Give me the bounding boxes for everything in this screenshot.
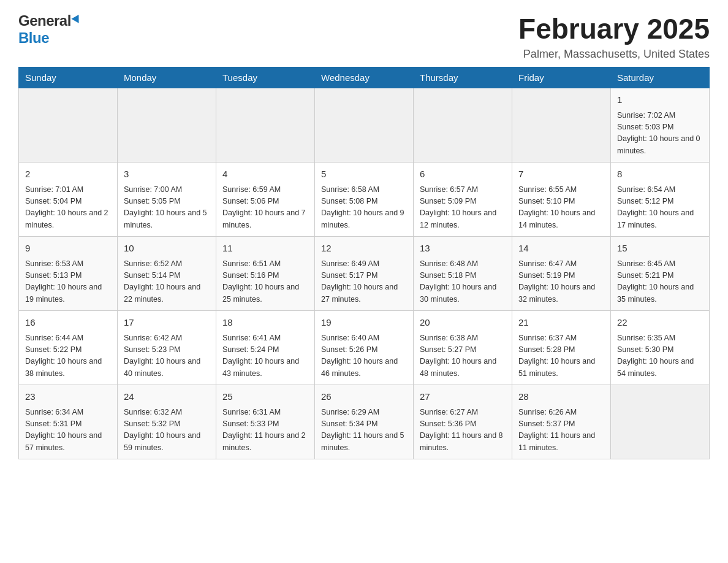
day-number: 26 — [321, 390, 407, 404]
calendar-cell: 21Sunrise: 6:37 AMSunset: 5:28 PMDayligh… — [512, 311, 611, 385]
day-number: 24 — [124, 390, 210, 404]
calendar-cell — [611, 385, 710, 459]
day-number: 18 — [222, 316, 308, 330]
calendar-cell: 19Sunrise: 6:40 AMSunset: 5:26 PMDayligh… — [315, 311, 414, 385]
calendar-cell: 12Sunrise: 6:49 AMSunset: 5:17 PMDayligh… — [315, 237, 414, 311]
calendar-cell: 11Sunrise: 6:51 AMSunset: 5:16 PMDayligh… — [216, 237, 315, 311]
calendar-cell: 16Sunrise: 6:44 AMSunset: 5:22 PMDayligh… — [19, 311, 118, 385]
day-info: Sunrise: 6:59 AMSunset: 5:06 PMDaylight:… — [222, 184, 308, 232]
weekday-header-friday: Friday — [512, 67, 611, 88]
day-info: Sunrise: 6:49 AMSunset: 5:17 PMDaylight:… — [321, 258, 407, 306]
day-info: Sunrise: 7:01 AMSunset: 5:04 PMDaylight:… — [25, 184, 111, 232]
day-number: 8 — [617, 167, 703, 182]
weekday-header-wednesday: Wednesday — [315, 67, 414, 88]
weekday-header-row: SundayMondayTuesdayWednesdayThursdayFrid… — [19, 67, 710, 88]
calendar-cell: 26Sunrise: 6:29 AMSunset: 5:34 PMDayligh… — [315, 385, 414, 459]
calendar-cell: 2Sunrise: 7:01 AMSunset: 5:04 PMDaylight… — [19, 163, 118, 237]
day-number: 1 — [617, 93, 703, 107]
day-number: 25 — [222, 390, 308, 404]
day-number: 4 — [222, 167, 308, 182]
title-section: February 2025 Palmer, Massachusetts, Uni… — [518, 12, 710, 61]
day-info: Sunrise: 6:37 AMSunset: 5:28 PMDaylight:… — [518, 332, 604, 380]
day-number: 6 — [420, 167, 506, 182]
day-number: 5 — [321, 167, 407, 182]
calendar-cell — [512, 88, 611, 163]
day-number: 15 — [617, 242, 703, 256]
calendar-week-1: 1Sunrise: 7:02 AMSunset: 5:03 PMDaylight… — [19, 88, 710, 163]
calendar-cell: 17Sunrise: 6:42 AMSunset: 5:23 PMDayligh… — [118, 311, 216, 385]
calendar-cell: 25Sunrise: 6:31 AMSunset: 5:33 PMDayligh… — [216, 385, 315, 459]
day-number: 16 — [25, 316, 111, 330]
day-info: Sunrise: 6:41 AMSunset: 5:24 PMDaylight:… — [222, 332, 308, 380]
day-info: Sunrise: 6:55 AMSunset: 5:10 PMDaylight:… — [518, 184, 604, 232]
day-info: Sunrise: 6:42 AMSunset: 5:23 PMDaylight:… — [124, 332, 210, 380]
day-info: Sunrise: 6:29 AMSunset: 5:34 PMDaylight:… — [321, 407, 407, 454]
calendar-week-3: 9Sunrise: 6:53 AMSunset: 5:13 PMDaylight… — [19, 237, 710, 311]
weekday-header-thursday: Thursday — [414, 67, 512, 88]
calendar-cell: 9Sunrise: 6:53 AMSunset: 5:13 PMDaylight… — [19, 237, 118, 311]
calendar-week-4: 16Sunrise: 6:44 AMSunset: 5:22 PMDayligh… — [19, 311, 710, 385]
day-number: 7 — [518, 167, 604, 182]
month-title: February 2025 — [518, 12, 710, 45]
weekday-header-tuesday: Tuesday — [216, 67, 315, 88]
day-info: Sunrise: 6:57 AMSunset: 5:09 PMDaylight:… — [420, 184, 506, 232]
day-info: Sunrise: 6:32 AMSunset: 5:32 PMDaylight:… — [124, 407, 210, 454]
calendar-table: SundayMondayTuesdayWednesdayThursdayFrid… — [18, 67, 710, 459]
day-number: 12 — [321, 242, 407, 256]
day-info: Sunrise: 6:35 AMSunset: 5:30 PMDaylight:… — [617, 332, 703, 380]
day-info: Sunrise: 6:44 AMSunset: 5:22 PMDaylight:… — [25, 332, 111, 380]
calendar-week-5: 23Sunrise: 6:34 AMSunset: 5:31 PMDayligh… — [19, 385, 710, 459]
logo-blue-text: Blue — [18, 29, 49, 46]
logo-general-text: General — [18, 12, 71, 29]
calendar-cell: 18Sunrise: 6:41 AMSunset: 5:24 PMDayligh… — [216, 311, 315, 385]
calendar-cell: 20Sunrise: 6:38 AMSunset: 5:27 PMDayligh… — [414, 311, 512, 385]
calendar-cell: 14Sunrise: 6:47 AMSunset: 5:19 PMDayligh… — [512, 237, 611, 311]
calendar-cell: 3Sunrise: 7:00 AMSunset: 5:05 PMDaylight… — [118, 163, 216, 237]
calendar-cell — [19, 88, 118, 163]
calendar-cell: 13Sunrise: 6:48 AMSunset: 5:18 PMDayligh… — [414, 237, 512, 311]
calendar-cell: 7Sunrise: 6:55 AMSunset: 5:10 PMDaylight… — [512, 163, 611, 237]
day-number: 14 — [518, 242, 604, 256]
weekday-header-sunday: Sunday — [19, 67, 118, 88]
calendar-cell — [315, 88, 414, 163]
calendar-cell: 23Sunrise: 6:34 AMSunset: 5:31 PMDayligh… — [19, 385, 118, 459]
location-subtitle: Palmer, Massachusetts, United States — [518, 48, 710, 61]
day-info: Sunrise: 6:54 AMSunset: 5:12 PMDaylight:… — [617, 184, 703, 232]
day-info: Sunrise: 6:47 AMSunset: 5:19 PMDaylight:… — [518, 258, 604, 306]
day-number: 23 — [25, 390, 111, 404]
calendar-cell — [118, 88, 216, 163]
day-number: 11 — [222, 242, 308, 256]
day-info: Sunrise: 6:34 AMSunset: 5:31 PMDaylight:… — [25, 407, 111, 454]
calendar-cell: 22Sunrise: 6:35 AMSunset: 5:30 PMDayligh… — [611, 311, 710, 385]
page-header: General Blue February 2025 Palmer, Massa… — [18, 12, 710, 61]
calendar-cell: 8Sunrise: 6:54 AMSunset: 5:12 PMDaylight… — [611, 163, 710, 237]
calendar-cell: 5Sunrise: 6:58 AMSunset: 5:08 PMDaylight… — [315, 163, 414, 237]
calendar-cell: 27Sunrise: 6:27 AMSunset: 5:36 PMDayligh… — [414, 385, 512, 459]
day-info: Sunrise: 7:02 AMSunset: 5:03 PMDaylight:… — [617, 110, 703, 158]
calendar-cell: 1Sunrise: 7:02 AMSunset: 5:03 PMDaylight… — [611, 88, 710, 163]
weekday-header-monday: Monday — [118, 67, 216, 88]
day-info: Sunrise: 6:48 AMSunset: 5:18 PMDaylight:… — [420, 258, 506, 306]
svg-marker-0 — [71, 13, 82, 23]
day-number: 2 — [25, 167, 111, 182]
day-number: 21 — [518, 316, 604, 330]
weekday-header-saturday: Saturday — [611, 67, 710, 88]
day-info: Sunrise: 6:27 AMSunset: 5:36 PMDaylight:… — [420, 407, 506, 454]
logo: General Blue — [18, 12, 82, 47]
day-number: 28 — [518, 390, 604, 404]
calendar-cell — [414, 88, 512, 163]
day-info: Sunrise: 6:40 AMSunset: 5:26 PMDaylight:… — [321, 332, 407, 380]
calendar-week-2: 2Sunrise: 7:01 AMSunset: 5:04 PMDaylight… — [19, 163, 710, 237]
calendar-cell: 24Sunrise: 6:32 AMSunset: 5:32 PMDayligh… — [118, 385, 216, 459]
day-number: 17 — [124, 316, 210, 330]
day-info: Sunrise: 6:31 AMSunset: 5:33 PMDaylight:… — [222, 407, 308, 454]
day-number: 27 — [420, 390, 506, 404]
calendar-cell: 10Sunrise: 6:52 AMSunset: 5:14 PMDayligh… — [118, 237, 216, 311]
calendar-body: 1Sunrise: 7:02 AMSunset: 5:03 PMDaylight… — [19, 88, 710, 459]
day-number: 19 — [321, 316, 407, 330]
calendar-cell: 4Sunrise: 6:59 AMSunset: 5:06 PMDaylight… — [216, 163, 315, 237]
calendar-cell: 15Sunrise: 6:45 AMSunset: 5:21 PMDayligh… — [611, 237, 710, 311]
day-info: Sunrise: 6:26 AMSunset: 5:37 PMDaylight:… — [518, 407, 604, 454]
day-number: 13 — [420, 242, 506, 256]
day-info: Sunrise: 7:00 AMSunset: 5:05 PMDaylight:… — [124, 184, 210, 232]
